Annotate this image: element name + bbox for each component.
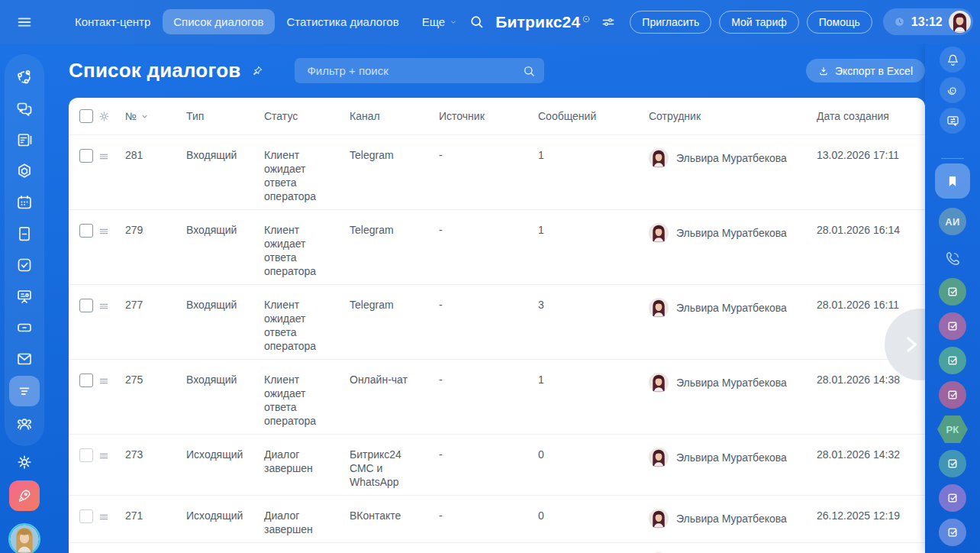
employee-name[interactable]: Эльвира Муратбекова [676,512,787,526]
table-settings-icon[interactable] [98,110,125,123]
employee-avatar[interactable] [649,223,669,243]
bookmark-icon [945,173,960,189]
sidebar-item-messenger[interactable] [15,99,34,118]
table-row[interactable]: 271 Исходящий Диалог завершен ВКонтакте … [69,496,925,543]
row-drag-handle[interactable] [98,450,125,462]
row-drag-handle[interactable] [98,300,125,312]
nav-item-dialog-list[interactable]: Список диалогов [163,9,274,34]
right-item-copilot[interactable] [940,77,965,103]
right-item-chat-task-6[interactable] [939,484,966,512]
employee-name[interactable]: Эльвира Муратбекова [676,226,787,240]
employee-name[interactable]: Эльвира Муратбекова [676,451,787,464]
row-checkbox[interactable] [79,509,93,523]
employee-avatar[interactable] [649,148,669,168]
column-header-2[interactable]: Статус [264,110,350,122]
employee-avatar[interactable] [649,373,669,393]
table-row[interactable]: 273 Исходящий Диалог завершен Битрикс24 … [69,435,925,496]
sidebar-item-drive[interactable] [15,319,34,337]
row-status: Клиент ожидает ответа оператора [264,298,350,353]
table-row[interactable] [69,543,925,553]
table-row[interactable]: 275 Входящий Клиент ожидает ответа опера… [69,360,925,435]
employee-avatar[interactable] [649,448,669,467]
right-item-chat-task-5[interactable] [939,450,966,477]
column-header-4[interactable]: Источник [439,110,538,122]
employee-avatar[interactable] [649,509,669,529]
column-header-5[interactable]: Сообщений [538,110,649,122]
row-drag-handle[interactable] [98,375,125,387]
right-item-chat-task-2[interactable] [939,312,966,340]
row-checkbox[interactable] [79,448,93,462]
right-item-saved-messages[interactable] [935,163,970,199]
row-employee: Эльвира Муратбекова [649,223,817,243]
search-icon[interactable] [469,14,485,30]
sidebar-item-network[interactable] [15,68,34,86]
row-drag-handle[interactable] [98,150,125,163]
column-header-7[interactable]: Дата создания [817,110,925,122]
right-item-chat-task-4[interactable] [939,381,966,409]
employee-name[interactable]: Эльвира Муратбекова [676,376,787,390]
column-header-1[interactable]: Тип [186,110,264,122]
row-checkbox[interactable] [79,374,93,387]
sidebar-item-employees[interactable] [15,415,34,433]
right-item-notifications[interactable] [940,47,965,73]
help-button[interactable]: Помощь [807,11,872,34]
sidebar-item-crm[interactable] [15,162,34,180]
chevron-down-icon [449,18,458,27]
main-menu-icon[interactable] [0,14,49,31]
sidebar-item-profile[interactable] [8,523,40,553]
right-item-open-lines[interactable] [940,108,965,134]
nav-item-dialog-stats[interactable]: Статистика диалогов [276,9,410,34]
row-type: Входящий [186,298,264,312]
sidebar-item-contact-center[interactable] [9,376,40,406]
select-all-checkbox[interactable] [79,109,93,123]
rocket-icon [16,487,33,504]
row-drag-handle[interactable] [98,225,125,238]
time-widget[interactable]: 13:12 [883,8,973,35]
sidebar-item-tasks[interactable] [15,256,34,274]
right-item-chat-task-1[interactable] [939,278,966,306]
pin-icon[interactable] [250,64,264,78]
filter-search-icon[interactable] [522,64,536,78]
download-icon [818,66,829,76]
tariff-button[interactable]: Мой тариф [719,11,798,34]
employee-avatar[interactable] [649,298,669,318]
employee-name[interactable]: Эльвира Муратбекова [676,301,787,315]
nav-item-contact-center[interactable]: Контакт-центр [64,9,161,34]
right-item-group-pk[interactable]: РК [937,416,968,443]
right-item-calls[interactable] [943,249,962,268]
topbar-right: Битрикс24 ПригласитьМой тарифПомощь 13:1… [469,8,980,35]
settings-sliders-icon[interactable] [601,15,616,30]
employee-name[interactable]: Эльвира Муратбекова [676,151,787,165]
column-header-0[interactable]: № [125,110,186,122]
table-row[interactable]: 281 Входящий Клиент ожидает ответа опера… [69,135,925,210]
phone-icon [943,249,962,268]
right-sidebar-divider [941,158,964,159]
sidebar-item-settings[interactable] [15,453,34,471]
row-drag-handle[interactable] [98,511,125,523]
sidebar-item-documents[interactable] [15,225,34,243]
table-row[interactable]: 277 Входящий Клиент ожидает ответа опера… [69,285,925,360]
sidebar-item-calendar[interactable] [15,193,34,212]
row-checkbox[interactable] [79,299,93,312]
column-header-6[interactable]: Сотрудник [649,110,817,122]
sidebar-item-boost[interactable] [9,480,40,511]
feed-icon [15,131,34,149]
nav-item-more[interactable]: Еще [411,9,469,34]
right-item-chat-task-7[interactable] [939,519,966,546]
sidebar-item-mail[interactable] [15,350,34,368]
right-item-chat-ai[interactable]: АИ [939,208,966,235]
table-row[interactable]: 279 Входящий Клиент ожидает ответа опера… [69,210,925,285]
invite-button[interactable]: Пригласить [630,11,711,34]
export-excel-button[interactable]: Экспорт в Excel [806,59,925,82]
filter-search[interactable] [295,58,544,83]
sidebar-item-boards[interactable] [15,287,34,306]
column-header-3[interactable]: Канал [350,110,439,122]
filter-search-input[interactable] [305,63,522,78]
sidebar-item-news-feed[interactable] [15,131,34,149]
right-item-chat-task-3[interactable] [939,347,966,374]
hexnut-icon [15,162,34,180]
row-source: - [439,448,538,461]
row-checkbox[interactable] [79,149,93,163]
row-checkbox[interactable] [79,224,93,238]
user-avatar[interactable] [949,11,971,33]
